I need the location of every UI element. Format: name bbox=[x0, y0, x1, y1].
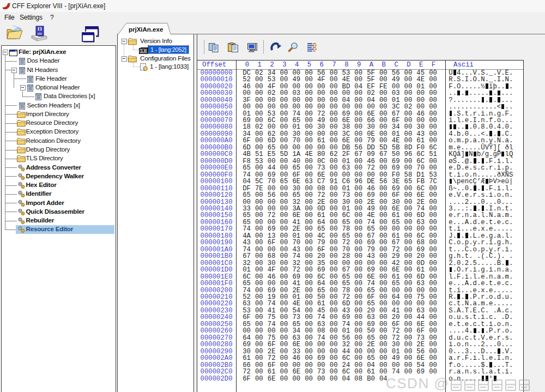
svg-text:1.0: 1.0 bbox=[141, 49, 146, 53]
